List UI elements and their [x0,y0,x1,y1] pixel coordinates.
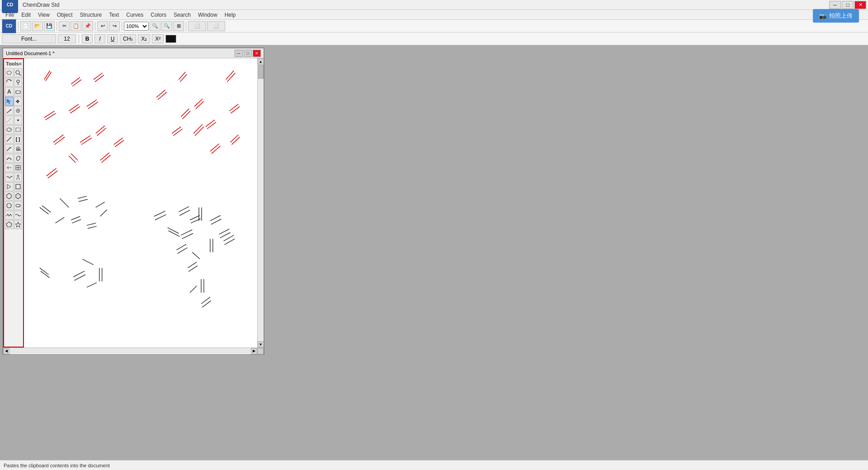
copy-btn[interactable]: 📋 [71,21,81,31]
superscript-btn[interactable]: X² [152,34,164,43]
menu-file[interactable]: File [2,11,18,19]
undo-btn[interactable]: ↩ [97,21,108,31]
fit-btn[interactable]: ⊞ [173,21,184,31]
underline-btn[interactable]: U [107,34,118,43]
pencil-tool-btn[interactable] [5,144,14,153]
starburst-tool-btn[interactable] [14,220,23,229]
scroll-left-btn[interactable]: ◀ [3,348,9,354]
svg-line-71 [87,100,97,107]
line-tool-btn[interactable] [5,135,14,144]
menu-object[interactable]: Object [53,11,76,19]
ellipse-tool-btn[interactable] [5,125,14,134]
wave-tool-btn[interactable] [5,173,14,182]
font-family-btn[interactable]: Font... [2,34,56,43]
open-btn[interactable]: 📂 [32,21,43,31]
menu-colors[interactable]: Colors [147,11,170,19]
svg-marker-31 [7,184,11,189]
doc-minimize-btn[interactable]: ─ [235,50,243,57]
menu-help[interactable]: Help [221,11,240,19]
tools-menu-icon[interactable]: ≡ [19,61,22,66]
chem-format-btn[interactable]: CH₅ [120,34,136,43]
new-doc-btn[interactable]: 📄 [20,21,31,31]
scroll-down-btn[interactable]: ▼ [258,341,264,348]
menu-view[interactable]: View [34,11,53,19]
wave2-tool-btn[interactable] [14,211,23,220]
paste-btn[interactable]: 📌 [82,21,93,31]
upload-btn[interactable]: 📷 拍照上传 [813,9,859,23]
doc-title: Untitled Document-1 * [6,51,55,56]
poly-tool-btn[interactable] [5,220,14,229]
align-left-btn[interactable]: ⬜ [188,21,206,31]
lasso-tool-btn[interactable] [5,68,14,77]
color-box[interactable] [165,35,176,43]
svg-line-98 [100,210,107,216]
hex-tool-btn[interactable] [5,192,14,201]
circle-tool-btn[interactable] [5,201,14,210]
svg-line-75 [53,135,64,142]
move-tool-btn[interactable]: ✥ [14,97,23,106]
subscript-btn[interactable]: X₂ [138,34,150,43]
save-btn[interactable]: 💾 [44,21,55,31]
scroll-up-btn[interactable]: ▲ [258,58,264,65]
svg-line-94 [71,216,80,220]
play-tool-btn[interactable] [5,182,14,191]
zoom-out-btn[interactable]: 🔍 [150,21,160,31]
lasso-draw-tool-btn[interactable] [14,154,23,163]
table-tool-btn[interactable] [14,163,23,172]
menu-curves[interactable]: Curves [123,11,147,19]
minimize-btn[interactable]: ─ [829,1,841,9]
close-btn[interactable]: ✕ [854,1,866,9]
zoom-select[interactable]: 100% 50% 75% 150% 200% [124,22,149,31]
zoom-in-btn[interactable]: 🔍 [161,21,172,31]
eraser-tool-btn[interactable] [14,87,23,96]
text-tool-btn[interactable]: A [5,87,14,96]
svg-line-63 [210,144,219,151]
multi-tool-btn[interactable] [5,163,14,172]
oval-tool-btn[interactable] [14,201,23,210]
square-tool-btn[interactable] [14,182,23,191]
zigzag-tool-btn[interactable] [5,211,14,220]
pin-tool-btn[interactable] [14,78,23,87]
target-tool-btn[interactable]: STG [14,144,23,153]
pointer-tool-btn[interactable] [14,106,23,115]
person-tool-btn[interactable] [14,173,23,182]
rotate-tool-btn[interactable] [5,78,14,87]
menu-edit[interactable]: Edit [18,11,34,19]
restore-btn[interactable]: □ [842,1,854,9]
italic-btn[interactable]: I [94,34,105,43]
bracket-tool-btn[interactable]: [ ] [14,135,23,144]
svg-marker-37 [6,222,12,227]
svg-line-45 [179,72,185,80]
scroll-right-btn[interactable]: ▶ [251,348,257,354]
svg-line-46 [180,74,187,82]
canvas-svg [24,58,257,348]
hexfull-tool-btn[interactable] [14,192,23,201]
menu-structure[interactable]: Structure [76,11,106,19]
node-tool-btn[interactable] [14,116,23,125]
svg-line-133 [87,283,97,287]
select-tool-btn[interactable] [5,97,14,106]
dot-tool-btn[interactable] [5,116,14,125]
status-message: Pastes the clipboard contents into the d… [4,463,110,468]
menu-search[interactable]: Search [170,11,194,19]
doc-close-btn[interactable]: ✕ [253,50,261,57]
drawing-canvas[interactable] [24,58,257,348]
arrow-tool-btn[interactable] [5,106,14,115]
redo-btn[interactable]: ↪ [109,21,120,31]
bold-btn[interactable]: B [82,34,93,43]
scroll-track-v [258,65,264,341]
menu-text[interactable]: Text [105,11,123,19]
tool-row-10 [5,154,22,163]
menu-window[interactable]: Window [194,11,221,19]
curve-tool-btn[interactable] [5,154,14,163]
scroll-thumb-v[interactable] [258,65,264,79]
new-btn[interactable]: CD [2,19,16,33]
align-right-btn[interactable]: ⬜ [207,21,225,31]
cut-btn[interactable]: ✂ [59,21,70,31]
magnify-tool-btn[interactable] [14,68,23,77]
svg-line-41 [71,77,80,84]
tool-row-6 [5,116,22,125]
doc-restore-btn[interactable]: □ [244,50,252,57]
font-size-btn[interactable]: 12 [58,34,76,43]
rect-select-tool-btn[interactable] [14,125,23,134]
